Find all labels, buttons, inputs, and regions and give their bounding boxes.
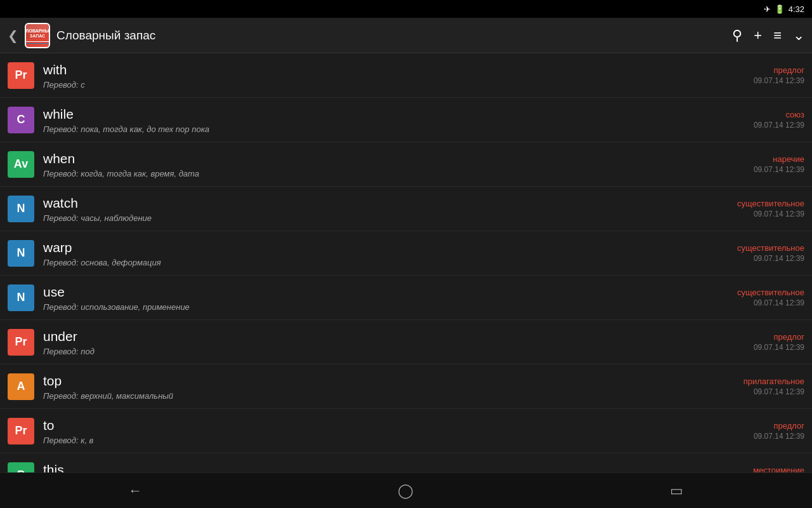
word-translation-use: Перевод: использование, применение — [43, 302, 737, 312]
badge-when: Av — [8, 151, 34, 178]
word-meta-use: существительное 09.07.14 12:39 — [737, 288, 804, 307]
word-date-warp: 09.07.14 12:39 — [754, 254, 804, 263]
word-content-while: while Перевод: пока, тогда как, до тех п… — [43, 105, 754, 133]
app-bar: ❮ СЛОВАРНЫЙЗАПАС Словарный запас ⚲ + ≡ ⌄ — [0, 18, 812, 53]
word-translation-warp: Перевод: основа, деформация — [43, 258, 737, 267]
add-icon[interactable]: + — [754, 27, 762, 44]
word-meta-when: наречие 09.07.14 12:39 — [754, 154, 804, 174]
nav-bar: ← ◯ ▭ — [0, 472, 812, 508]
word-pos-when: наречие — [773, 154, 804, 164]
word-meta-with: предлог 09.07.14 12:39 — [754, 65, 804, 85]
word-date-when: 09.07.14 12:39 — [754, 165, 804, 174]
word-item-when[interactable]: Av when Перевод: когда, тогда как, время… — [0, 142, 812, 187]
badge-this: P — [8, 462, 34, 473]
nav-back-icon: ← — [128, 483, 142, 499]
word-item-top[interactable]: A top Перевод: верхний, максимальный при… — [0, 364, 812, 409]
word-date-with: 09.07.14 12:39 — [754, 76, 804, 85]
word-content-this: this Перевод: эта, это, этот, сей — [43, 461, 753, 472]
app-bar-left: ❮ СЛОВАРНЫЙЗАПАС Словарный запас — [8, 23, 732, 48]
word-item-to[interactable]: Pr to Перевод: к, в предлог 09.07.14 12:… — [0, 409, 812, 453]
word-content-use: use Перевод: использование, применение — [43, 283, 737, 311]
sort-icon[interactable]: ≡ — [773, 27, 782, 44]
badge-to: Pr — [8, 418, 34, 444]
word-pos-this: местоимение — [753, 465, 804, 472]
word-item-while[interactable]: C while Перевод: пока, тогда как, до тех… — [0, 98, 812, 142]
word-item-use[interactable]: N use Перевод: использование, применение… — [0, 276, 812, 320]
word-main-to: to — [43, 417, 754, 434]
word-content-with: with Перевод: с — [43, 61, 754, 89]
word-meta-under: предлог 09.07.14 12:39 — [754, 332, 804, 352]
word-main-warp: warp — [43, 239, 737, 256]
word-translation-under: Перевод: под — [43, 347, 754, 356]
word-content-watch: watch Перевод: часы, наблюдение — [43, 194, 737, 222]
word-translation-to: Перевод: к, в — [43, 436, 754, 445]
word-pos-under: предлог — [773, 332, 804, 342]
word-main-while: while — [43, 105, 754, 123]
word-pos-to: предлог — [773, 421, 804, 431]
word-item-under[interactable]: Pr under Перевод: под предлог 09.07.14 1… — [0, 320, 812, 364]
word-meta-while: союз 09.07.14 12:39 — [754, 110, 804, 130]
word-content-warp: warp Перевод: основа, деформация — [43, 239, 737, 267]
word-meta-to: предлог 09.07.14 12:39 — [754, 421, 804, 441]
word-content-when: when Перевод: когда, тогда как, время, д… — [43, 150, 754, 178]
word-content-under: under Перевод: под — [43, 328, 754, 356]
word-item-warp[interactable]: N warp Перевод: основа, деформация сущес… — [0, 231, 812, 276]
nav-back-button[interactable]: ← — [116, 478, 154, 504]
word-item-this[interactable]: P this Перевод: эта, это, этот, сей мест… — [0, 453, 812, 472]
nav-recents-button[interactable]: ▭ — [658, 478, 696, 504]
word-content-top: top Перевод: верхний, максимальный — [43, 372, 743, 400]
badge-with: Pr — [8, 62, 34, 89]
word-main-this: this — [43, 461, 753, 472]
word-translation-when: Перевод: когда, тогда как, время, дата — [43, 169, 754, 178]
nav-recents-icon: ▭ — [670, 483, 683, 499]
nav-home-button[interactable]: ◯ — [387, 478, 425, 504]
search-icon[interactable]: ⚲ — [732, 27, 742, 44]
word-meta-watch: существительное 09.07.14 12:39 — [737, 199, 804, 218]
word-translation-while: Перевод: пока, тогда как, до тех пор пок… — [43, 124, 754, 134]
word-main-under: under — [43, 328, 754, 345]
word-main-when: when — [43, 150, 754, 167]
word-pos-while: союз — [785, 110, 804, 119]
word-pos-with: предлог — [773, 65, 804, 75]
app-logo: СЛОВАРНЫЙЗАПАС — [25, 23, 50, 48]
status-icons: ✈ 🔋 4:32 — [764, 4, 804, 14]
word-main-with: with — [43, 61, 754, 78]
badge-warp: N — [8, 240, 34, 267]
word-item-watch[interactable]: N watch Перевод: часы, наблюдение сущест… — [0, 187, 812, 231]
word-translation-with: Перевод: с — [43, 80, 754, 90]
word-meta-this: местоимение 09.07.14 12:39 — [753, 465, 804, 472]
word-main-use: use — [43, 283, 737, 300]
word-pos-warp: существительное — [737, 243, 804, 253]
badge-under: Pr — [8, 329, 34, 356]
word-date-top: 09.07.14 12:39 — [754, 387, 804, 396]
word-translation-top: Перевод: верхний, максимальный — [43, 391, 743, 401]
app-title: Словарный запас — [56, 29, 155, 43]
badge-while: C — [8, 107, 34, 133]
word-pos-use: существительное — [737, 288, 804, 297]
word-meta-warp: существительное 09.07.14 12:39 — [737, 243, 804, 263]
word-date-under: 09.07.14 12:39 — [754, 343, 804, 352]
word-pos-watch: существительное — [737, 199, 804, 208]
word-date-use: 09.07.14 12:39 — [754, 298, 804, 307]
badge-watch: N — [8, 196, 34, 222]
word-pos-top: прилагательное — [743, 377, 804, 386]
status-bar: ✈ 🔋 4:32 — [0, 0, 812, 18]
word-item-with[interactable]: Pr with Перевод: с предлог 09.07.14 12:3… — [0, 53, 812, 98]
badge-top: A — [8, 373, 34, 400]
app-bar-actions: ⚲ + ≡ ⌄ — [732, 27, 804, 44]
badge-use: N — [8, 284, 34, 311]
word-meta-top: прилагательное 09.07.14 12:39 — [743, 377, 804, 396]
word-translation-watch: Перевод: часы, наблюдение — [43, 213, 737, 223]
time-display: 4:32 — [789, 4, 804, 14]
word-date-to: 09.07.14 12:39 — [754, 432, 804, 441]
word-content-to: to Перевод: к, в — [43, 417, 754, 444]
nav-home-icon: ◯ — [398, 483, 414, 499]
word-main-watch: watch — [43, 194, 737, 211]
word-date-watch: 09.07.14 12:39 — [754, 210, 804, 218]
airplane-icon: ✈ — [764, 4, 771, 14]
back-chevron[interactable]: ❮ — [8, 28, 18, 43]
more-icon[interactable]: ⌄ — [793, 27, 804, 44]
word-main-top: top — [43, 372, 743, 389]
battery-icon: 🔋 — [775, 4, 785, 14]
word-date-while: 09.07.14 12:39 — [754, 121, 804, 130]
